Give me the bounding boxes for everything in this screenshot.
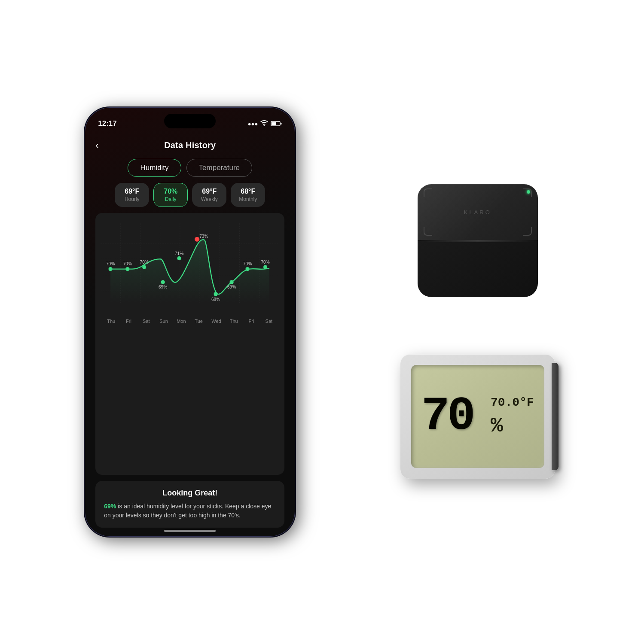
stat-daily[interactable]: 70% Daily <box>153 183 188 207</box>
stat-daily-value: 70% <box>164 188 177 195</box>
lcd-right-info: 70.0°F % <box>491 397 534 436</box>
scene: 12:17 ●●● <box>0 0 644 644</box>
corner-tl <box>424 188 432 197</box>
svg-text:69%: 69% <box>227 285 236 289</box>
back-button[interactable]: ‹ <box>95 140 98 151</box>
chart-area: 70% 70% 70% 69% 71% <box>95 213 284 475</box>
svg-text:70%: 70% <box>261 260 270 264</box>
sensor-groove <box>422 241 534 242</box>
svg-point-25 <box>195 237 199 242</box>
svg-point-29 <box>230 280 234 284</box>
sensor-led <box>527 190 530 194</box>
x-label-thu1: Thu <box>102 319 120 324</box>
lcd-temperature: 70.0°F <box>491 397 534 409</box>
svg-text:69%: 69% <box>159 285 167 289</box>
tab-temperature[interactable]: Temperature <box>186 159 252 177</box>
stat-weekly-value: 69°F <box>202 188 217 195</box>
humidity-chart: 70% 70% 70% 69% 71% <box>101 220 279 314</box>
lcd-percent: % <box>491 416 503 436</box>
phone-screen: 12:17 ●●● <box>85 108 295 536</box>
message-section: Looking Great! 69% is an ideal humidity … <box>95 481 284 528</box>
svg-point-31 <box>246 267 250 271</box>
app-content: ‹ Data History Humidity Temperature <box>85 134 295 536</box>
svg-point-17 <box>125 267 129 271</box>
svg-rect-2 <box>281 123 282 125</box>
tab-selector: Humidity Temperature <box>95 159 284 177</box>
battery-icon <box>271 121 282 127</box>
x-label-thu2: Thu <box>225 319 243 324</box>
corner-bl <box>424 227 432 236</box>
right-side: KLARO 70 <box>396 159 559 485</box>
sensor-top: KLARO <box>418 184 538 240</box>
signal-icon: ●●● <box>248 121 258 127</box>
svg-point-19 <box>142 265 146 269</box>
message-body: 69% is an ideal humidity level for your … <box>104 502 276 520</box>
svg-text:70%: 70% <box>106 261 115 266</box>
svg-rect-1 <box>272 122 276 125</box>
wifi-icon <box>260 120 268 128</box>
lcd-screen: 70 70.0°F % <box>411 365 544 468</box>
lcd-big-digits: 70 <box>421 393 473 440</box>
sensor-wrapper: KLARO <box>396 159 559 322</box>
corner-br <box>523 227 532 236</box>
svg-text:71%: 71% <box>175 251 183 256</box>
stat-daily-label: Daily <box>165 196 177 202</box>
x-label-tue: Tue <box>190 319 208 324</box>
app-title: Data History <box>164 140 216 150</box>
app-header: ‹ Data History <box>95 138 284 153</box>
svg-text:73%: 73% <box>199 234 208 239</box>
stat-hourly-value: 69°F <box>125 188 139 195</box>
thermometer-body: 70 70.0°F % <box>400 354 555 479</box>
stats-row: 69°F Hourly 70% Daily 69°F Weekly 68°F <box>95 183 284 207</box>
svg-point-33 <box>263 265 267 269</box>
x-label-fri2: Fri <box>243 319 260 324</box>
x-label-mon: Mon <box>172 319 190 324</box>
dynamic-island <box>164 114 216 128</box>
sensor-brand-label: KLARO <box>464 209 491 215</box>
svg-point-23 <box>177 256 181 260</box>
svg-text:70%: 70% <box>243 261 252 266</box>
sensor-device: KLARO <box>418 184 538 297</box>
message-title: Looking Great! <box>104 489 276 498</box>
message-highlight: 69% <box>104 503 116 510</box>
svg-point-21 <box>161 280 165 284</box>
x-label-sat2: Sat <box>260 319 278 324</box>
stat-monthly-label: Monthly <box>239 196 257 202</box>
svg-text:70%: 70% <box>140 260 149 264</box>
status-icons: ●●● <box>248 120 282 128</box>
thermometer-wrapper: 70 70.0°F % <box>396 348 559 485</box>
stat-hourly[interactable]: 69°F Hourly <box>115 183 149 207</box>
stat-hourly-label: Hourly <box>125 196 140 202</box>
tab-humidity[interactable]: Humidity <box>128 159 181 177</box>
svg-point-27 <box>214 292 218 296</box>
x-axis-labels: Thu Fri Sat Sun Mon Tue Wed Thu Fri Sat <box>101 316 279 324</box>
x-label-fri1: Fri <box>120 319 137 324</box>
corner-tr <box>523 188 532 197</box>
stat-weekly-label: Weekly <box>201 196 218 202</box>
x-label-sun: Sun <box>155 319 173 324</box>
sensor-bottom <box>418 241 538 297</box>
phone-wrapper: 12:17 ●●● <box>85 107 295 537</box>
status-time: 12:17 <box>98 119 116 128</box>
stat-monthly-value: 68°F <box>241 188 255 195</box>
home-indicator <box>164 530 216 532</box>
svg-point-15 <box>109 267 113 271</box>
svg-text:70%: 70% <box>123 261 132 266</box>
stat-weekly[interactable]: 69°F Weekly <box>192 183 226 207</box>
thermometer-edge <box>552 363 559 470</box>
x-label-wed: Wed <box>208 319 225 324</box>
svg-text:68%: 68% <box>211 297 220 302</box>
phone-outer: 12:17 ●●● <box>85 107 295 537</box>
x-label-sat1: Sat <box>137 319 155 324</box>
stat-monthly[interactable]: 68°F Monthly <box>231 183 265 207</box>
